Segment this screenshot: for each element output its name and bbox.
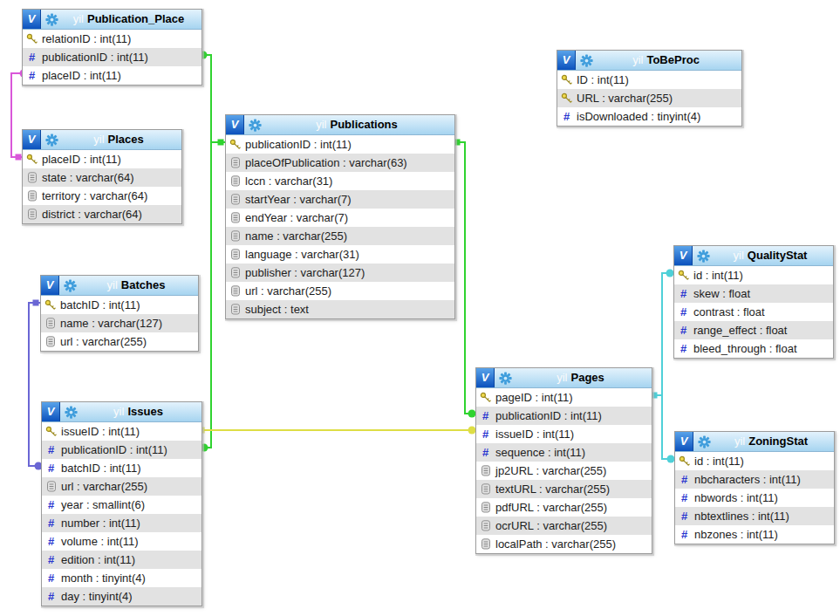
- view-icon: V: [226, 115, 244, 134]
- column-row[interactable]: url : varchar(255): [226, 282, 454, 300]
- column-definition: name : varchar(127): [60, 317, 162, 330]
- relationship-line[interactable]: [29, 303, 41, 466]
- table-name: QualityStat: [748, 249, 808, 262]
- text-column-icon: [229, 267, 242, 278]
- view-icon: V: [674, 246, 693, 265]
- column-row[interactable]: publisher : varchar(127): [226, 264, 454, 282]
- column-row[interactable]: #placeID : int(11): [23, 66, 201, 85]
- column-row[interactable]: publicationID : int(11): [226, 135, 454, 154]
- table-header[interactable]: V yilQualityStat: [674, 246, 833, 266]
- column-row[interactable]: #number : int(11): [42, 514, 201, 532]
- column-row[interactable]: #contrast : float: [674, 303, 833, 321]
- column-row[interactable]: id : int(11): [674, 266, 833, 284]
- table-publication-place[interactable]: V yilPublication_Place relationID : int(…: [22, 9, 202, 86]
- column-definition: month : tinyint(4): [61, 572, 146, 585]
- table-header[interactable]: V yilPublication_Place: [23, 10, 201, 30]
- column-row[interactable]: #publicationID : int(11): [42, 441, 201, 459]
- table-header[interactable]: V yilIssues: [42, 402, 201, 422]
- column-definition: range_effect : float: [693, 324, 787, 337]
- column-row[interactable]: url : varchar(255): [41, 332, 198, 351]
- column-row[interactable]: jp2URL : varchar(255): [476, 462, 652, 480]
- relationship-line[interactable]: [651, 273, 673, 395]
- column-row[interactable]: ID : int(11): [557, 71, 741, 89]
- schema-prefix: yil: [316, 118, 326, 131]
- column-definition: territory : varchar(64): [42, 189, 147, 202]
- column-row[interactable]: lccn : varchar(31): [226, 172, 454, 190]
- column-row[interactable]: localPath : varchar(255): [476, 535, 652, 553]
- column-row[interactable]: name : varchar(127): [41, 314, 198, 332]
- column-row[interactable]: language : varchar(31): [226, 245, 454, 264]
- column-row[interactable]: #nbwords : int(11): [675, 489, 834, 507]
- column-row[interactable]: #issueID : int(11): [476, 425, 652, 443]
- table-header[interactable]: V yilPlaces: [23, 130, 181, 150]
- column-row[interactable]: district : varchar(64): [23, 205, 181, 223]
- column-row[interactable]: textURL : varchar(255): [476, 480, 652, 498]
- table-header[interactable]: V yilZoningStat: [675, 432, 834, 452]
- table-issues[interactable]: V yilIssues issueID : int(11)#publicatio…: [41, 401, 202, 606]
- schema-prefix: yil: [734, 249, 744, 262]
- gear-icon: [696, 249, 710, 263]
- column-row[interactable]: url : varchar(255): [42, 477, 201, 496]
- column-row[interactable]: #nbzones : int(11): [675, 525, 834, 544]
- column-row[interactable]: startYear : varchar(7): [226, 190, 454, 209]
- column-row[interactable]: #volume : int(11): [42, 532, 201, 551]
- column-row[interactable]: #year : smallint(6): [42, 496, 201, 514]
- column-row[interactable]: #day : tinyint(4): [42, 587, 201, 606]
- column-row[interactable]: #batchID : int(11): [42, 459, 201, 477]
- column-definition: nbzones : int(11): [694, 528, 778, 541]
- table-publications[interactable]: V yilPublications publicationID : int(11…: [225, 114, 455, 319]
- column-definition: ID : int(11): [577, 73, 629, 86]
- column-definition: volume : int(11): [61, 535, 139, 548]
- column-row[interactable]: #nbcharacters : int(11): [675, 470, 834, 489]
- table-batches[interactable]: V yilBatches batchID : int(11)name : var…: [40, 275, 199, 352]
- column-row[interactable]: placeID : int(11): [23, 150, 181, 168]
- column-definition: placeOfPublication : varchar(63): [245, 156, 407, 169]
- column-row[interactable]: #sequence : int(11): [476, 443, 652, 462]
- column-row[interactable]: state : varchar(64): [23, 168, 181, 187]
- column-row[interactable]: URL : varchar(255): [557, 89, 741, 107]
- column-row[interactable]: ocrURL : varchar(255): [476, 517, 652, 535]
- column-row[interactable]: placeOfPublication : varchar(63): [226, 154, 454, 172]
- column-definition: URL : varchar(255): [577, 92, 673, 105]
- column-definition: nbtextlines : int(11): [694, 510, 789, 523]
- column-row[interactable]: territory : varchar(64): [23, 187, 181, 205]
- table-zoningstat[interactable]: V yilZoningStat id : int(11)#nbcharacter…: [674, 431, 835, 544]
- column-definition: state : varchar(64): [42, 171, 134, 184]
- numeric-column-icon: #: [677, 325, 690, 336]
- column-row[interactable]: id : int(11): [675, 452, 834, 470]
- column-row[interactable]: pageID : int(11): [476, 388, 652, 407]
- column-row[interactable]: #skew : float: [674, 284, 833, 303]
- table-qualitystat[interactable]: V yilQualityStat id : int(11)#skew : flo…: [673, 245, 834, 359]
- column-row[interactable]: relationID : int(11): [23, 30, 201, 48]
- table-header[interactable]: V yilPublications: [226, 115, 454, 135]
- gear-icon: [579, 53, 593, 67]
- relationship-line[interactable]: [454, 142, 475, 414]
- table-header[interactable]: V yilPages: [476, 368, 652, 388]
- primary-key-icon: [25, 154, 38, 165]
- column-row[interactable]: #isDownloaded : tinyint(4): [557, 107, 741, 126]
- table-pages[interactable]: V yilPages pageID : int(11)#publicationI…: [475, 367, 652, 554]
- table-header[interactable]: V yilToBeProc: [557, 51, 741, 71]
- column-row[interactable]: endYear : varchar(7): [226, 209, 454, 227]
- table-header[interactable]: V yilBatches: [41, 276, 198, 296]
- column-row[interactable]: issueID : int(11): [42, 422, 201, 441]
- column-row[interactable]: subject : text: [226, 300, 454, 318]
- column-row[interactable]: batchID : int(11): [41, 296, 198, 314]
- column-row[interactable]: #bleed_through : float: [674, 339, 833, 358]
- text-column-icon: [229, 230, 242, 242]
- column-row[interactable]: #range_effect : float: [674, 321, 833, 339]
- column-row[interactable]: #publicationID : int(11): [23, 48, 201, 66]
- view-icon: V: [557, 51, 576, 70]
- table-tobeproc[interactable]: V yilToBeProc ID : int(11)URL : varchar(…: [557, 50, 742, 127]
- column-row[interactable]: #nbtextlines : int(11): [675, 507, 834, 525]
- column-row[interactable]: #month : tinyint(4): [42, 569, 201, 587]
- column-row[interactable]: pdfURL : varchar(255): [476, 498, 652, 517]
- column-row[interactable]: #edition : int(11): [42, 551, 201, 569]
- relationship-line[interactable]: [662, 395, 674, 459]
- numeric-column-icon: #: [678, 529, 691, 540]
- column-row[interactable]: name : varchar(255): [226, 227, 454, 245]
- relationship-line[interactable]: [11, 73, 22, 157]
- table-places[interactable]: V yilPlaces placeID : int(11)state : var…: [22, 129, 182, 224]
- column-row[interactable]: #publicationID : int(11): [476, 407, 652, 425]
- relationship-line[interactable]: [201, 55, 225, 142]
